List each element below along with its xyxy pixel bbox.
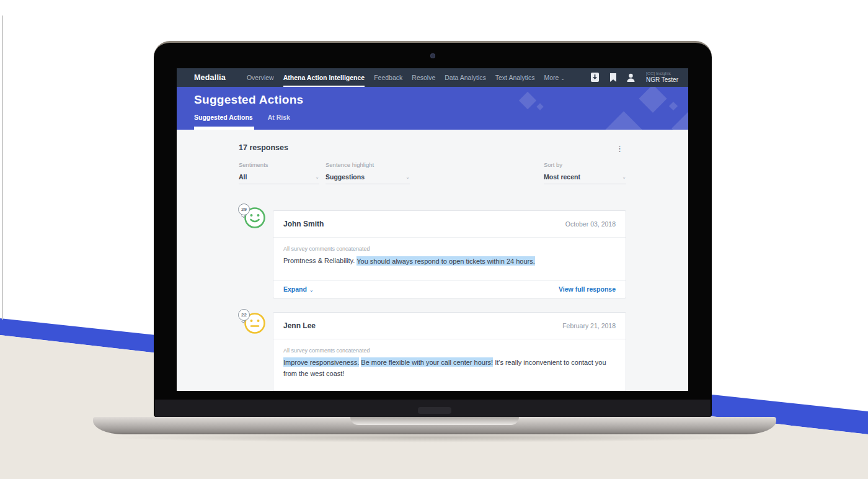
filter-sentence-highlight-value: Suggestions [326, 173, 365, 181]
comment-text: Improve responsiveness. Be more flexible… [283, 357, 616, 380]
filter-sort-by-label: Sort by [544, 161, 626, 168]
filters-row: Sentiments All ⌄ Sentence highlight Sugg… [239, 161, 626, 190]
comment-segment: Promtness & Reliability. [283, 257, 356, 264]
user-icon[interactable] [627, 73, 636, 82]
nav-item-resolve[interactable]: Resolve [412, 68, 435, 87]
response-card: Jenn Lee February 21, 2018 All survey co… [273, 312, 626, 391]
highlighted-suggestion: Be more flexible with your call center h… [361, 357, 493, 367]
navbar-right: [CC] Insights NGR Tester [591, 71, 678, 84]
highlighted-suggestion: Improve responsiveness. [283, 357, 359, 367]
filter-sentence-highlight-label: Sentence highlight [326, 161, 410, 168]
response-date: October 03, 2018 [565, 220, 616, 228]
chevron-down-icon: ⌄ [622, 174, 626, 180]
response-card-body: All survey comments concatenated Improve… [273, 339, 626, 391]
filter-sentiments-label: Sentiments [239, 161, 319, 168]
filter-sentence-highlight: Sentence highlight Suggestions ⌄ [326, 161, 410, 184]
response-card-header: John Smith October 03, 2018 [273, 211, 626, 238]
nav-item-more[interactable]: More⌄ [544, 68, 565, 87]
account-org-label: [CC] Insights [646, 71, 678, 76]
score-badge: 22 [238, 309, 250, 321]
account-user-label: NGR Tester [646, 76, 678, 84]
filter-sort-by-select[interactable]: Most recent ⌄ [544, 173, 626, 184]
responses-count: 17 responses [239, 143, 288, 152]
chevron-down-icon: ⌄ [405, 174, 410, 180]
nav-item-more-label: More [544, 74, 559, 81]
response-card: John Smith October 03, 2018 All survey c… [273, 210, 626, 298]
bookmark-icon[interactable] [609, 73, 618, 82]
laptop-hinge-notch [418, 407, 451, 414]
tab-at-risk[interactable]: At Risk [268, 114, 290, 121]
sentiment-avatar-positive: 29 [238, 204, 267, 232]
export-icon[interactable] [591, 73, 600, 82]
app-screen: Medallia Overview Athena Action Intellig… [177, 68, 688, 391]
sentiment-avatar-neutral: 22 [238, 309, 267, 338]
respondent-name: John Smith [283, 220, 324, 228]
response-list: John Smith October 03, 2018 All survey c… [273, 210, 626, 391]
comment-text: Promtness & Reliability. You should alwa… [283, 255, 616, 267]
response-card-footer: Expand⌄ View full response [273, 280, 626, 298]
top-navbar: Medallia Overview Athena Action Intellig… [177, 68, 688, 87]
responses-toolbar: 17 responses ⋮ [177, 130, 688, 154]
kebab-menu-icon[interactable]: ⋮ [613, 143, 626, 154]
highlighted-suggestion: You should always respond to open ticket… [356, 256, 535, 266]
laptop-base-notch [350, 417, 519, 425]
expand-label: Expand [283, 285, 307, 293]
filter-sentence-highlight-select[interactable]: Suggestions ⌄ [326, 173, 410, 184]
comment-field-label: All survey comments concatenated [283, 246, 616, 252]
chevron-down-icon: ⌄ [560, 76, 565, 81]
nav-item-data-analytics[interactable]: Data Analytics [445, 68, 486, 87]
tab-suggested-actions[interactable]: Suggested Actions [194, 114, 253, 121]
nav-item-text-analytics[interactable]: Text Analytics [495, 68, 535, 87]
chevron-down-icon: ⌄ [315, 174, 319, 180]
webcam-dot [430, 53, 435, 58]
filter-sort-by: Sort by Most recent ⌄ [544, 161, 626, 184]
response-card-body: All survey comments concatenated Promtne… [273, 238, 626, 280]
filter-sentiments: Sentiments All ⌄ [239, 161, 319, 184]
medallia-logo[interactable]: Medallia [194, 73, 226, 82]
score-badge: 29 [238, 204, 250, 215]
nav-item-overview[interactable]: Overview [247, 68, 274, 87]
page-header: Suggested Actions Suggested Actions At R… [177, 87, 688, 130]
filter-sentiments-select[interactable]: All ⌄ [239, 173, 319, 184]
page: Medallia Overview Athena Action Intellig… [0, 0, 868, 479]
filter-sort-by-value: Most recent [544, 173, 580, 181]
view-full-response-link[interactable]: View full response [559, 285, 616, 293]
chevron-down-icon: ⌄ [309, 287, 314, 293]
nav-item-feedback[interactable]: Feedback [374, 68, 402, 87]
left-edge-line [2, 16, 3, 320]
expand-button[interactable]: Expand⌄ [283, 285, 314, 293]
comment-field-label: All survey comments concatenated [283, 347, 616, 354]
respondent-name: Jenn Lee [283, 321, 316, 330]
page-title: Suggested Actions [194, 87, 688, 107]
account-menu[interactable]: [CC] Insights NGR Tester [646, 71, 678, 84]
response-card-header: Jenn Lee February 21, 2018 [273, 313, 626, 339]
filter-sentiments-value: All [239, 173, 247, 181]
responses-panel: 17 responses ⋮ Sentiments All ⌄ Sentence… [177, 130, 688, 391]
response-date: February 21, 2018 [562, 322, 616, 329]
nav-item-athena-action-intelligence[interactable]: Athena Action Intelligence [283, 68, 365, 87]
